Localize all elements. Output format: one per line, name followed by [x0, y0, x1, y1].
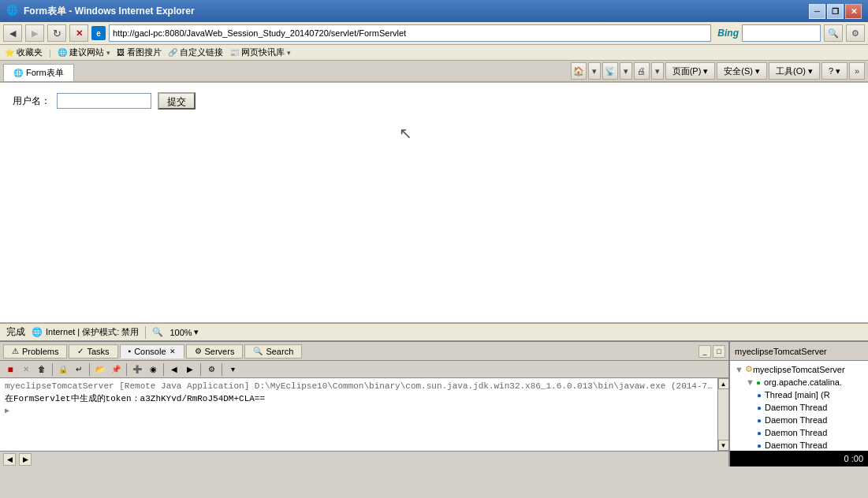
status-bar: 完成 🌐 Internet | 保护模式: 禁用 🔍 100% ▾	[0, 323, 868, 340]
remove-console-button[interactable]: ✕	[19, 362, 33, 377]
expand-toolbar-button[interactable]: »	[849, 62, 865, 80]
tools-menu-button[interactable]: ⚙	[846, 24, 865, 42]
home-dropdown[interactable]: ▾	[588, 62, 601, 80]
thread-daemon-1[interactable]: ● Daemon Thread	[754, 401, 866, 414]
stop-button[interactable]: ✕	[69, 24, 88, 42]
scrollbar-track	[718, 389, 729, 440]
problems-icon: ⚠	[12, 347, 19, 355]
tab-problems[interactable]: ⚠ Problems	[3, 344, 67, 359]
submit-button[interactable]: 提交	[158, 92, 196, 110]
search-bar: Bing 🔍	[717, 24, 843, 42]
thread-daemon-3[interactable]: ● Daemon Thread	[754, 426, 866, 439]
catalina-label: org.apache.catalina.	[764, 377, 842, 387]
system-clock-area: 0 :00	[730, 451, 868, 466]
pin-console-button[interactable]: 📌	[109, 362, 123, 377]
zone-info: 🌐 Internet | 保护模式: 禁用	[32, 326, 139, 338]
toolbar-separator-4	[163, 363, 164, 376]
clear-console-button[interactable]: 🗑	[35, 362, 49, 377]
username-input[interactable]	[57, 93, 151, 109]
help-dropdown-icon: ▾	[836, 66, 840, 76]
zone-text: Internet | 保护模式: 禁用	[46, 326, 139, 338]
favorites-button[interactable]: ⭐ 收藏夹	[5, 46, 43, 58]
help-menu-button[interactable]: ? ▾	[821, 62, 848, 80]
security-menu-button[interactable]: 安全(S) ▾	[717, 62, 767, 80]
status-text: 完成	[6, 325, 25, 339]
thread-panel: myeclipseTomcatServer ▼ ⚙ myeclipseTomca…	[730, 342, 868, 466]
stop-console-button[interactable]: ■	[3, 362, 17, 377]
page-menu-button[interactable]: 页面(P) ▾	[665, 62, 716, 80]
console-panel: ⚠ Problems ✓ Tasks ▪ Console ✕ ⚙ Servers…	[0, 342, 730, 466]
print-button[interactable]: 🖨	[634, 62, 650, 80]
console-view-menu[interactable]: ▾	[225, 362, 240, 377]
search-label: Search	[266, 347, 293, 356]
console-close-icon[interactable]: ✕	[170, 347, 176, 355]
console-tabs: ⚠ Problems ✓ Tasks ▪ Console ✕ ⚙ Servers…	[0, 342, 728, 361]
cursor-line: ▶	[5, 406, 713, 415]
print-dropdown[interactable]: ▾	[651, 62, 664, 80]
tab-console[interactable]: ▪ Console ✕	[120, 344, 184, 359]
scrollbar-down-button[interactable]: ▼	[718, 440, 729, 451]
console-settings-button[interactable]: ⚙	[204, 362, 218, 377]
minimize-button[interactable]: ─	[809, 4, 825, 19]
tasks-label: Tasks	[87, 347, 109, 356]
console-next-button[interactable]: ▶	[183, 362, 197, 377]
security-dropdown-icon: ▾	[755, 66, 760, 76]
feeds-dropdown[interactable]: ▾	[620, 62, 632, 80]
tab-tasks[interactable]: ✓ Tasks	[69, 344, 117, 359]
console-scrollbar[interactable]: ▲ ▼	[717, 378, 728, 451]
console-toolbar: ■ ✕ 🗑 🔒 ↵ 📂 📌 ➕ ◉ ◀ ▶ ⚙ ▾	[0, 361, 728, 378]
display-selected-button[interactable]: ◉	[146, 362, 160, 377]
search-button[interactable]: 🔍	[824, 24, 843, 42]
address-bar-container: e	[91, 24, 711, 42]
close-button[interactable]: ✕	[845, 4, 862, 19]
feeds-button[interactable]: 📡	[602, 62, 618, 80]
zoom-control[interactable]: 100% ▾	[170, 327, 198, 337]
daemon3-label: Daemon Thread	[765, 428, 827, 437]
fav-item-image[interactable]: 🖼 看图搜片	[117, 46, 162, 58]
zoom-dropdown-icon[interactable]: ▾	[194, 327, 199, 337]
back-button[interactable]: ◀	[3, 24, 22, 42]
panel-corner-buttons: _ □	[698, 345, 725, 358]
fav-item-suggest[interactable]: 🌐 建议网站 ▾	[58, 46, 110, 58]
scroll-lock-button[interactable]: 🔒	[56, 362, 70, 377]
thread-server-item[interactable]: ▼ ⚙ myeclipseTomcatServer	[732, 362, 866, 376]
tools-menu-btn2[interactable]: 工具(O) ▾	[769, 62, 820, 80]
toolbar-separator-3	[126, 363, 127, 376]
new-console-button[interactable]: ➕	[130, 362, 144, 377]
thread-tree: ▼ ⚙ myeclipseTomcatServer ▼ ● org.apache…	[730, 361, 868, 451]
restore-button[interactable]: ❐	[827, 4, 844, 19]
webslice-dropdown-icon: ▾	[287, 49, 291, 57]
favorites-label: 收藏夹	[17, 46, 43, 58]
address-input[interactable]	[109, 24, 711, 42]
browser-content: 用户名： 提交 ↖	[0, 83, 868, 323]
thread-catalina-item[interactable]: ▼ ● org.apache.catalina.	[743, 376, 866, 388]
eclipse-bottom-panel: ⚠ Problems ✓ Tasks ▪ Console ✕ ⚙ Servers…	[0, 340, 868, 466]
console-prev-button[interactable]: ◀	[167, 362, 181, 377]
forward-button[interactable]: ▶	[25, 24, 44, 42]
fav-item-custom[interactable]: 🔗 自定义链接	[168, 46, 223, 58]
search-input[interactable]	[742, 24, 821, 42]
form-row: 用户名： 提交	[13, 92, 855, 110]
tab-label: Form表单	[26, 67, 64, 79]
home-button[interactable]: 🏠	[571, 62, 587, 80]
tasks-icon: ✓	[77, 347, 84, 355]
browser-tab[interactable]: 🌐 Form表单	[3, 64, 74, 81]
suggest-icon: 🌐	[58, 48, 67, 57]
tab-servers[interactable]: ⚙ Servers	[186, 344, 244, 359]
thread-main-item[interactable]: ● Thread [main] (R	[754, 388, 866, 401]
scrollbar-up-button[interactable]: ▲	[718, 378, 729, 389]
word-wrap-button[interactable]: ↵	[72, 362, 86, 377]
thread-daemon-2[interactable]: ● Daemon Thread	[754, 414, 866, 426]
panel-minimize-button[interactable]: _	[698, 345, 711, 358]
servers-label: Servers	[205, 347, 235, 356]
panel-maximize-button[interactable]: □	[713, 345, 725, 358]
daemon2-label: Daemon Thread	[765, 415, 827, 425]
thread-daemon-4[interactable]: ● Daemon Thread	[754, 439, 866, 451]
refresh-button[interactable]: ↻	[47, 24, 66, 42]
console-expand-btn[interactable]: ▶	[19, 453, 32, 466]
console-header: myeclipseTomcatServer [Remote Java Appli…	[5, 381, 713, 391]
fav-item-webslice[interactable]: 📰 网页快讯库 ▾	[229, 46, 291, 58]
open-console-button[interactable]: 📂	[93, 362, 107, 377]
console-collapse-btn[interactable]: ◀	[3, 453, 16, 466]
tab-search[interactable]: 🔍 Search	[244, 344, 302, 359]
